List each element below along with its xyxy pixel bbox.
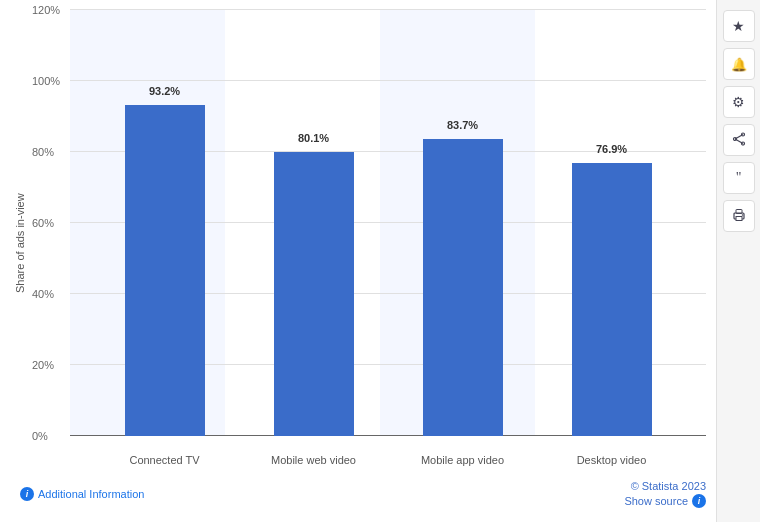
chart-wrapper: Share of ads in-view 120% 100% <box>10 10 716 476</box>
grid-label-100: 100% <box>32 75 60 87</box>
additional-info-label: Additional Information <box>38 488 144 500</box>
show-source-label: Show source <box>624 495 688 507</box>
bell-icon: 🔔 <box>731 57 747 72</box>
svg-point-8 <box>741 214 743 216</box>
bar-xlabel-mobile-app: Mobile app video <box>421 454 504 466</box>
gear-icon: ⚙ <box>732 94 745 110</box>
bar-value-connected-tv: 93.2% <box>149 85 180 97</box>
y-axis-label: Share of ads in-view <box>10 10 30 476</box>
star-button[interactable]: ★ <box>723 10 755 42</box>
bar-mobile-web: 80.1% <box>274 152 354 436</box>
print-icon <box>732 208 746 225</box>
bar-value-mobile-app: 83.7% <box>447 119 478 131</box>
chart-area: Share of ads in-view 120% 100% <box>0 0 716 522</box>
bar-group-0: 93.2% Connected TV <box>90 10 239 436</box>
bar-desktop: 76.9% <box>572 163 652 436</box>
grid-label-60: 60% <box>32 217 54 229</box>
bar-value-desktop: 76.9% <box>596 143 627 155</box>
share-button[interactable] <box>723 124 755 156</box>
sidebar: ★ 🔔 ⚙ " <box>716 0 760 522</box>
bar-xlabel-mobile-web: Mobile web video <box>271 454 356 466</box>
info-icon: i <box>20 487 34 501</box>
star-icon: ★ <box>732 18 745 34</box>
grid-label-120: 120% <box>32 4 60 16</box>
print-button[interactable] <box>723 200 755 232</box>
bar-xlabel-connected-tv: Connected TV <box>129 454 199 466</box>
grid-label-0: 0% <box>32 430 48 442</box>
grid-and-bars: 120% 100% 80% 60% <box>30 10 706 476</box>
main-container: Share of ads in-view 120% 100% <box>0 0 760 522</box>
grid-label-80: 80% <box>32 146 54 158</box>
bar-value-mobile-web: 80.1% <box>298 132 329 144</box>
bar-xlabel-desktop: Desktop video <box>577 454 647 466</box>
quote-button[interactable]: " <box>723 162 755 194</box>
bar-connected-tv: 93.2% <box>125 105 205 436</box>
bar-group-1: 80.1% Mobile web video <box>239 10 388 436</box>
footer-right: © Statista 2023 Show source i <box>624 480 706 508</box>
additional-info-link[interactable]: i Additional Information <box>20 487 144 501</box>
bar-group-2: 83.7% Mobile app video <box>388 10 537 436</box>
share-icon <box>732 132 746 149</box>
statista-credit: © Statista 2023 <box>631 480 706 492</box>
svg-line-3 <box>735 134 743 139</box>
quote-icon: " <box>736 170 742 186</box>
bar-group-3: 76.9% Desktop video <box>537 10 686 436</box>
svg-line-4 <box>735 139 743 144</box>
svg-rect-6 <box>736 216 742 220</box>
show-source-info-icon: i <box>692 494 706 508</box>
gear-button[interactable]: ⚙ <box>723 86 755 118</box>
show-source-link[interactable]: Show source i <box>624 494 706 508</box>
grid-label-40: 40% <box>32 288 54 300</box>
footer: i Additional Information © Statista 2023… <box>10 476 716 512</box>
grid-label-20: 20% <box>32 359 54 371</box>
bars-container: 93.2% Connected TV 80.1% Mobile web vide… <box>70 10 706 436</box>
bell-button[interactable]: 🔔 <box>723 48 755 80</box>
chart-inner: 120% 100% 80% 60% <box>30 10 716 476</box>
bar-mobile-app: 83.7% <box>423 139 503 436</box>
